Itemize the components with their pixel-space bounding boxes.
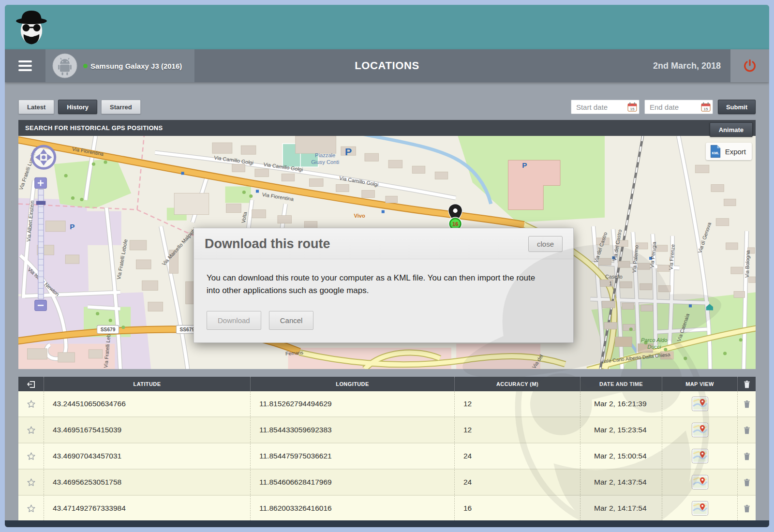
map-view-button[interactable] (692, 423, 708, 437)
map-section-title: SEARCH FOR HISTORICAL GPS POSITIONS (25, 124, 163, 132)
star-toggle[interactable] (18, 417, 44, 443)
datetime-value: Mar 2, 15:00:54 (580, 443, 662, 469)
table-row: 43.46907043457031 11.854475975036621 24 … (18, 443, 756, 470)
submit-button[interactable]: Submit (718, 100, 756, 114)
datetime-value: Mar 2, 14:37:54 (580, 470, 662, 495)
svg-text:Via Bologna: Via Bologna (744, 250, 751, 278)
end-date-calendar-icon[interactable]: 15 (701, 102, 711, 112)
col-datetime: DATE AND TIME (580, 377, 662, 391)
star-toggle[interactable] (18, 470, 44, 495)
tab-history[interactable]: History (58, 100, 97, 114)
svg-text:Ferraris: Ferraris (285, 349, 304, 356)
svg-text:SS679: SS679 (101, 327, 116, 332)
current-date: 2nd March, 2018 (653, 61, 721, 71)
map-view-button[interactable] (692, 501, 708, 516)
map-thumbnail-icon (692, 475, 708, 489)
longitude-value: 11.854475975036621 (250, 443, 454, 469)
logout-button[interactable] (730, 49, 769, 82)
col-accuracy: ACCURACY (M) (454, 377, 580, 391)
position-marker[interactable]: 16 (448, 204, 462, 230)
kml-file-icon: KML (710, 145, 721, 158)
device-selector[interactable]: Samsung Galaxy J3 (2016) (45, 49, 194, 82)
svg-text:15: 15 (703, 107, 708, 111)
star-icon (26, 477, 36, 488)
restore-icon[interactable] (18, 377, 44, 391)
svg-text:15: 15 (630, 107, 634, 111)
map-thumbnail-icon (692, 501, 708, 516)
trash-icon (744, 400, 750, 408)
longitude-value: 11.854433059692383 (250, 417, 454, 443)
download-route-dialog: Download this route close You can downlo… (194, 228, 574, 343)
online-status-dot (83, 64, 88, 68)
star-toggle[interactable] (18, 443, 44, 469)
app-window: Samsung Galaxy J3 (2016) LOCATIONS 2nd M… (5, 5, 769, 527)
col-longitude: LONGITUDE (250, 377, 454, 391)
dialog-actions: Download Cancel (194, 299, 573, 342)
export-label: Export (725, 148, 746, 156)
svg-text:KML: KML (712, 151, 719, 155)
datetime-value: Mar 2, 16:21:39 (580, 391, 662, 416)
longitude-value: 11.815262794494629 (250, 391, 454, 416)
map-thumbnail-icon (692, 397, 708, 411)
table-row: 43.46951675415039 11.854433059692383 12 … (18, 417, 756, 443)
parking-icon: P (70, 222, 74, 231)
latitude-value: 43.471492767333984 (44, 496, 250, 521)
delete-row-button[interactable] (737, 391, 756, 416)
map-pan-control[interactable] (32, 146, 55, 168)
map-container: P P P Via Fiorentina Via Fiorentina Via … (18, 136, 756, 369)
star-icon (26, 451, 36, 461)
app-frame: Samsung Galaxy J3 (2016) LOCATIONS 2nd M… (0, 0, 774, 532)
accuracy-value: 16 (454, 496, 580, 521)
zoom-slider-handle (36, 201, 45, 205)
date-filters: 15 15 Submit (571, 100, 756, 114)
svg-text:SS679: SS679 (179, 327, 194, 332)
top-banner (5, 5, 769, 49)
accuracy-value: 12 (454, 391, 580, 416)
col-latitude: LATITUDE (44, 377, 250, 391)
map-section-header: SEARCH FOR HISTORICAL GPS POSITIONS Anim… (18, 120, 756, 136)
toolbar: Latest History Starred 15 (18, 100, 756, 114)
dialog-title: Download this route (205, 236, 330, 251)
latitude-value: 43.46956253051758 (44, 470, 250, 495)
map-thumbnail-icon (692, 449, 708, 463)
download-button[interactable]: Download (207, 311, 261, 330)
trash-icon (744, 504, 750, 513)
longitude-value: 11.862003326416016 (250, 496, 454, 521)
col-mapview: MAP VIEW (662, 377, 737, 391)
svg-text:Ducci: Ducci (647, 344, 661, 350)
spy-logo (14, 9, 49, 45)
svg-text:Giusy Conti: Giusy Conti (311, 159, 339, 165)
end-date-field: 15 (644, 100, 713, 114)
export-kml-button[interactable]: KML Export (706, 143, 752, 160)
device-avatar (52, 53, 77, 78)
latitude-value: 43.46951675415039 (44, 417, 250, 443)
table-header: LATITUDE LONGITUDE ACCURACY (M) DATE AND… (18, 377, 756, 391)
table-row: 43.471492767333984 11.862003326416016 16… (18, 496, 756, 522)
menu-button[interactable] (5, 49, 45, 82)
delete-row-button[interactable] (737, 496, 756, 521)
dialog-close-button[interactable]: close (528, 236, 563, 252)
map-view-button[interactable] (692, 449, 708, 463)
map-view-button[interactable] (692, 397, 708, 411)
tab-latest[interactable]: Latest (18, 100, 54, 114)
trash-icon (744, 452, 750, 460)
longitude-value: 11.854606628417969 (250, 470, 454, 495)
star-toggle[interactable] (18, 496, 44, 521)
dialog-body-text: You can download this route to your comp… (194, 259, 556, 299)
device-name: Samsung Galaxy J3 (2016) (90, 62, 182, 70)
datetime-value: Mar 2, 14:17:54 (580, 496, 662, 521)
accuracy-value: 12 (454, 417, 580, 443)
map-view-button[interactable] (692, 475, 708, 489)
delete-row-button[interactable] (737, 417, 756, 443)
start-date-calendar-icon[interactable]: 15 (627, 102, 637, 112)
cancel-button[interactable]: Cancel (269, 311, 314, 330)
positions-table: LATITUDE LONGITUDE ACCURACY (M) DATE AND… (18, 377, 756, 522)
delete-all-icon[interactable] (737, 377, 756, 391)
svg-text:Casello: Casello (605, 274, 623, 280)
delete-row-button[interactable] (737, 443, 756, 469)
tab-starred[interactable]: Starred (101, 100, 141, 114)
delete-row-button[interactable] (737, 470, 756, 495)
animate-button[interactable]: Animate (710, 122, 753, 137)
accuracy-value: 24 (454, 443, 580, 469)
star-toggle[interactable] (18, 391, 44, 416)
